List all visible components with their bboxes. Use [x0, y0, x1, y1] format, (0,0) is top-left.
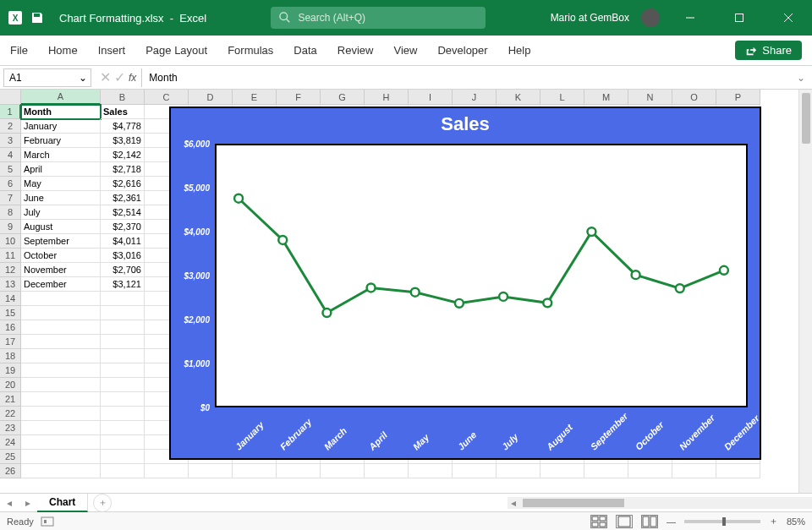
cell-D26[interactable]: [189, 464, 233, 478]
cancel-icon[interactable]: ✕: [100, 69, 111, 85]
sheet-nav-prev[interactable]: ◂: [0, 494, 19, 512]
zoom-in-button[interactable]: ＋: [769, 515, 778, 527]
cell-B23[interactable]: [101, 421, 145, 435]
col-header-B[interactable]: B: [101, 90, 145, 105]
cell-A19[interactable]: [21, 363, 101, 378]
cell-J26[interactable]: [453, 464, 497, 478]
cell-A13[interactable]: December: [21, 277, 101, 292]
row-header-26[interactable]: 26: [0, 464, 21, 478]
cell-I26[interactable]: [409, 464, 453, 478]
cell-A2[interactable]: January: [21, 119, 101, 134]
cell-B10[interactable]: $4,011: [101, 234, 145, 249]
cell-A7[interactable]: June: [21, 191, 101, 205]
name-box[interactable]: A1 ⌄: [3, 68, 91, 87]
ribbon-tab-page-layout[interactable]: Page Layout: [145, 36, 207, 66]
cell-B26[interactable]: [101, 464, 145, 478]
row-header-2[interactable]: 2: [0, 119, 21, 134]
cell-M26[interactable]: [584, 464, 628, 478]
row-header-22[interactable]: 22: [0, 407, 21, 421]
row-header-3[interactable]: 3: [0, 134, 21, 148]
zoom-slider[interactable]: [684, 520, 760, 523]
user-name[interactable]: Mario at GemBox: [551, 12, 629, 24]
col-header-L[interactable]: L: [540, 90, 584, 105]
ribbon-tab-help[interactable]: Help: [508, 36, 531, 66]
cell-B2[interactable]: $4,778: [101, 119, 145, 134]
minimize-button[interactable]: [672, 0, 709, 36]
row-header-18[interactable]: 18: [0, 349, 21, 363]
cell-B5[interactable]: $2,718: [101, 162, 145, 177]
cell-B24[interactable]: [101, 435, 145, 450]
cell-B22[interactable]: [101, 407, 145, 421]
cell-B15[interactable]: [101, 306, 145, 320]
cell-A23[interactable]: [21, 421, 101, 435]
col-header-K[interactable]: K: [497, 90, 540, 105]
fx-icon[interactable]: fx: [129, 72, 136, 84]
col-header-O[interactable]: O: [672, 90, 716, 105]
expand-formulabar-icon[interactable]: ⌄: [797, 72, 805, 84]
row-header-16[interactable]: 16: [0, 320, 21, 335]
normal-view-button[interactable]: [590, 515, 607, 528]
horizontal-scrollbar[interactable]: ◂: [508, 497, 812, 509]
col-header-D[interactable]: D: [189, 90, 233, 105]
col-header-H[interactable]: H: [365, 90, 409, 105]
cell-A17[interactable]: [21, 335, 101, 349]
cell-H26[interactable]: [365, 464, 409, 478]
cell-A21[interactable]: [21, 392, 101, 407]
ribbon-tab-insert[interactable]: Insert: [98, 36, 126, 66]
page-layout-view-button[interactable]: [616, 515, 633, 528]
search-box[interactable]: Search (Alt+Q): [271, 7, 486, 29]
row-header-25[interactable]: 25: [0, 450, 21, 464]
col-header-E[interactable]: E: [233, 90, 277, 105]
cell-P26[interactable]: [716, 464, 760, 478]
row-header-8[interactable]: 8: [0, 205, 21, 220]
cell-B7[interactable]: $2,361: [101, 191, 145, 205]
row-header-1[interactable]: 1: [0, 105, 21, 119]
col-header-P[interactable]: P: [716, 90, 760, 105]
sheet-nav-next[interactable]: ▸: [19, 494, 37, 512]
row-header-10[interactable]: 10: [0, 234, 21, 249]
cell-A18[interactable]: [21, 349, 101, 363]
col-header-F[interactable]: F: [277, 90, 321, 105]
cell-B14[interactable]: [101, 292, 145, 306]
cell-N26[interactable]: [628, 464, 672, 478]
cell-B8[interactable]: $2,514: [101, 205, 145, 220]
col-header-A[interactable]: A: [21, 90, 101, 105]
cell-B19[interactable]: [101, 363, 145, 378]
col-header-G[interactable]: G: [321, 90, 365, 105]
cell-A26[interactable]: [21, 464, 101, 478]
row-header-7[interactable]: 7: [0, 191, 21, 205]
cell-B18[interactable]: [101, 349, 145, 363]
cell-B1[interactable]: Sales: [101, 105, 145, 119]
col-header-J[interactable]: J: [453, 90, 497, 105]
ribbon-tab-file[interactable]: File: [10, 36, 28, 66]
cell-A15[interactable]: [21, 306, 101, 320]
ribbon-tab-view[interactable]: View: [393, 36, 417, 66]
cell-A5[interactable]: April: [21, 162, 101, 177]
row-header-9[interactable]: 9: [0, 220, 21, 234]
save-icon[interactable]: [30, 11, 44, 25]
cell-A1[interactable]: Month: [21, 105, 101, 119]
zoom-level[interactable]: 85%: [787, 516, 805, 527]
ribbon-tab-review[interactable]: Review: [337, 36, 374, 66]
embedded-chart[interactable]: Sales $0$1,000$2,000$3,000$4,000$5,000$6…: [169, 107, 761, 460]
row-header-4[interactable]: 4: [0, 148, 21, 162]
col-header-N[interactable]: N: [628, 90, 672, 105]
row-header-13[interactable]: 13: [0, 277, 21, 292]
cell-A6[interactable]: May: [21, 177, 101, 191]
cell-A4[interactable]: March: [21, 148, 101, 162]
cell-A16[interactable]: [21, 320, 101, 335]
col-header-I[interactable]: I: [409, 90, 453, 105]
row-header-6[interactable]: 6: [0, 177, 21, 191]
page-break-view-button[interactable]: [641, 515, 658, 528]
close-button[interactable]: [770, 0, 807, 36]
cell-B16[interactable]: [101, 320, 145, 335]
cell-A14[interactable]: [21, 292, 101, 306]
cell-A9[interactable]: August: [21, 220, 101, 234]
row-header-20[interactable]: 20: [0, 378, 21, 392]
cell-O26[interactable]: [672, 464, 716, 478]
zoom-out-button[interactable]: —: [667, 516, 676, 527]
sheet-tab-chart[interactable]: Chart: [37, 494, 88, 512]
cell-E26[interactable]: [233, 464, 277, 478]
cell-B9[interactable]: $2,370: [101, 220, 145, 234]
cell-B20[interactable]: [101, 378, 145, 392]
